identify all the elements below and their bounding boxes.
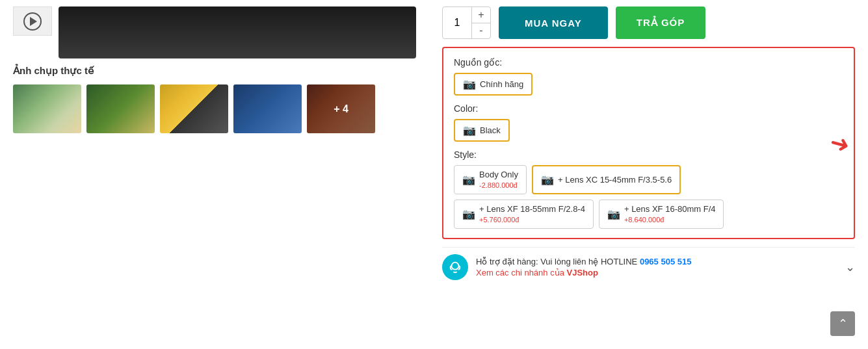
camera-icon-xf1855: 📷 <box>462 208 475 220</box>
style-buttons-row2: 📷 + Lens XF 18-55mm F/2.8-4 +5.760.000đ … <box>454 200 843 229</box>
camera-icon-body: 📷 <box>462 174 475 186</box>
right-panel: 1 + - MUA NGAY TRẢ GÓP Nguồn gốc: 📷 Chín… <box>429 0 868 349</box>
style-buttons: 📷 Body Only -2.880.000đ 📷 + Lens XC 15-4… <box>454 165 843 194</box>
support-prefix: Hỗ trợ đặt hàng: Vui lòng liên hệ HOTLIN… <box>476 257 640 266</box>
thumbnail-1[interactable] <box>13 84 81 133</box>
body-only-text: Body Only -2.880.000đ <box>479 170 518 190</box>
quantity-increase-button[interactable]: + <box>472 7 490 23</box>
support-hotline-text: Hỗ trợ đặt hàng: Vui lòng liên hệ HOTLIN… <box>476 257 691 266</box>
scroll-to-top-button[interactable]: ⌃ <box>830 311 855 336</box>
thumbnail-4[interactable] <box>233 84 302 133</box>
hotline-link[interactable]: 0965 505 515 <box>640 257 692 266</box>
support-text-block: Hỗ trợ đặt hàng: Vui lòng liên hệ HOTLIN… <box>476 257 691 278</box>
thumbnail-3[interactable] <box>160 84 228 133</box>
style-body-only-button[interactable]: 📷 Body Only -2.880.000đ <box>454 165 527 194</box>
origin-label: Nguồn gốc: <box>454 57 843 68</box>
style-lens-xf1680-button[interactable]: 📷 + Lens XF 16-80mm F/4 +8.640.000đ <box>599 200 724 229</box>
style-group: Style: 📷 Body Only -2.880.000đ 📷 + Lens … <box>454 149 843 229</box>
xf1680-text: + Lens XF 16-80mm F/4 +8.640.000đ <box>624 204 716 224</box>
color-black-label: Black <box>480 125 501 135</box>
chevron-up-icon: ⌃ <box>838 317 848 331</box>
buy-now-button[interactable]: MUA NGAY <box>499 6 608 39</box>
origin-buttons: 📷 Chính hãng <box>454 73 843 96</box>
left-panel: Ảnh chụp thực tế + 4 <box>0 0 429 349</box>
headset-icon <box>448 260 462 274</box>
camera-icon: 📷 <box>463 78 476 90</box>
installment-button[interactable]: TRẢ GÓP <box>616 6 706 39</box>
color-black-button[interactable]: 📷 Black <box>454 119 510 142</box>
branch-link[interactable]: Xem các chi nhánh của VJShop <box>476 268 691 278</box>
camera-icon-black: 📷 <box>463 124 476 136</box>
real-photos-title: Ảnh chụp thực tế <box>13 65 416 77</box>
color-buttons: 📷 Black <box>454 119 843 142</box>
color-label: Color: <box>454 103 843 114</box>
thumbnails-row: + 4 <box>13 84 416 133</box>
thumbnail-more-overlay: + 4 <box>307 84 375 133</box>
support-icon <box>442 254 468 280</box>
quantity-decrease-button[interactable]: - <box>472 23 490 39</box>
xf1855-text: + Lens XF 18-55mm F/2.8-4 +5.760.000đ <box>479 204 585 224</box>
origin-chinh-hang-button[interactable]: 📷 Chính hãng <box>454 73 533 96</box>
style-label: Style: <box>454 149 843 160</box>
thumbnail-2[interactable] <box>86 84 155 133</box>
main-product-image <box>59 6 416 58</box>
style-lens-xf1855-button[interactable]: 📷 + Lens XF 18-55mm F/2.8-4 +5.760.000đ <box>454 200 594 229</box>
support-box: Hỗ trợ đặt hàng: Vui lòng liên hệ HOTLIN… <box>442 247 855 287</box>
page-container: Ảnh chụp thực tế + 4 1 + - <box>0 0 868 349</box>
chevron-down-icon[interactable]: ⌄ <box>845 260 855 274</box>
style-lens-xc-button[interactable]: 📷 + Lens XC 15-45mm F/3.5-5.6 <box>532 165 681 194</box>
video-thumbnail[interactable] <box>13 6 52 36</box>
origin-group: Nguồn gốc: 📷 Chính hãng <box>454 57 843 96</box>
play-triangle-icon <box>30 17 37 26</box>
options-box: Nguồn gốc: 📷 Chính hãng Color: 📷 Black <box>442 47 855 239</box>
purchase-controls: 1 + - MUA NGAY TRẢ GÓP <box>442 6 855 39</box>
vjshop-link[interactable]: VJShop <box>567 268 598 278</box>
origin-chinh-hang-label: Chính hãng <box>480 79 523 89</box>
color-group: Color: 📷 Black <box>454 103 843 142</box>
quantity-display: 1 <box>443 7 472 38</box>
quantity-buttons: + - <box>472 7 490 38</box>
svg-point-0 <box>452 263 459 270</box>
quantity-wrapper: 1 + - <box>442 6 491 39</box>
thumbnail-5[interactable]: + 4 <box>307 84 375 133</box>
play-icon <box>23 12 42 31</box>
camera-icon-xf1680: 📷 <box>607 208 620 220</box>
camera-icon-xc: 📷 <box>541 174 554 186</box>
